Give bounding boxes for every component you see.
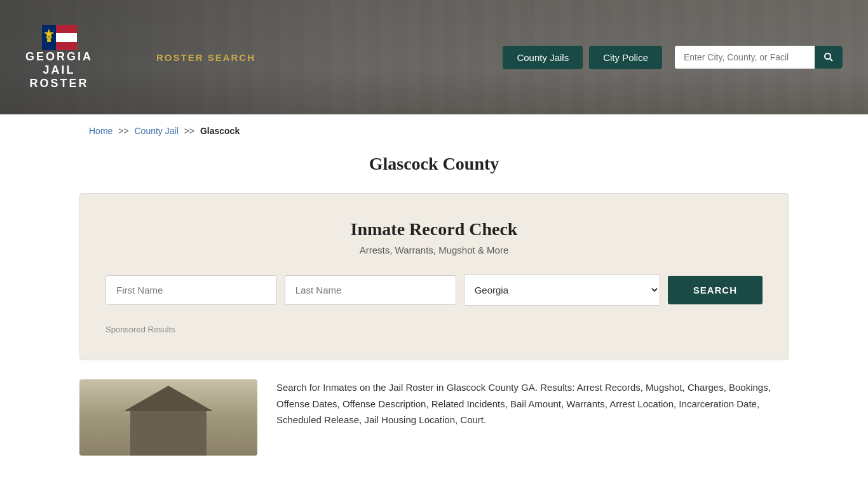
breadcrumb-current: Glascock — [200, 126, 240, 136]
svg-line-8 — [830, 58, 832, 61]
breadcrumb: Home >> County Jail >> Glascock — [0, 114, 868, 147]
inmate-search-button[interactable]: SEARCH — [668, 276, 763, 304]
logo-georgia-text: GEORGIA — [25, 50, 93, 64]
county-image — [79, 379, 257, 456]
georgia-flag-icon — [42, 25, 77, 50]
breadcrumb-sep-2: >> — [184, 126, 194, 136]
breadcrumb-home[interactable]: Home — [89, 126, 112, 136]
nav-buttons: County Jails City Police — [503, 46, 662, 69]
header-search-button[interactable] — [815, 46, 843, 69]
first-name-input[interactable] — [105, 275, 277, 305]
inmate-record-section: Inmate Record Check Arrests, Warrants, M… — [79, 193, 789, 360]
logo-jail-text: JAIL — [43, 64, 76, 77]
header-search-input[interactable] — [675, 46, 815, 69]
svg-point-7 — [825, 53, 831, 59]
county-description: Search for Inmates on the Jail Roster in… — [276, 379, 789, 456]
sponsored-results-label: Sponsored Results — [105, 325, 763, 334]
inmate-form: AlabamaAlaskaArizonaArkansasCaliforniaCo… — [105, 274, 763, 306]
page-title-area: Glascock County — [0, 147, 868, 193]
building-shape — [130, 411, 207, 456]
site-header: GEORGIA JAIL ROSTER ROSTER SEARCH County… — [0, 0, 868, 114]
svg-rect-6 — [47, 40, 51, 42]
header-search-area — [675, 46, 843, 69]
building-roof — [124, 386, 213, 411]
last-name-input[interactable] — [285, 275, 456, 305]
breadcrumb-sep-1: >> — [118, 126, 128, 136]
page-title: Glascock County — [0, 154, 868, 174]
logo-roster-text: ROSTER — [30, 77, 89, 90]
inmate-section-subtitle: Arrests, Warrants, Mugshot & More — [105, 245, 763, 255]
header-content: GEORGIA JAIL ROSTER ROSTER SEARCH County… — [0, 25, 868, 90]
search-icon — [824, 52, 834, 62]
state-select[interactable]: AlabamaAlaskaArizonaArkansasCaliforniaCo… — [464, 274, 660, 306]
roster-search-nav[interactable]: ROSTER SEARCH — [156, 52, 255, 63]
logo-area[interactable]: GEORGIA JAIL ROSTER — [25, 25, 93, 90]
city-police-button[interactable]: City Police — [589, 46, 662, 69]
breadcrumb-county-jail[interactable]: County Jail — [135, 126, 179, 136]
county-jails-button[interactable]: County Jails — [503, 46, 583, 69]
bottom-section: Search for Inmates on the Jail Roster in… — [0, 360, 868, 475]
inmate-section-title: Inmate Record Check — [105, 219, 763, 240]
